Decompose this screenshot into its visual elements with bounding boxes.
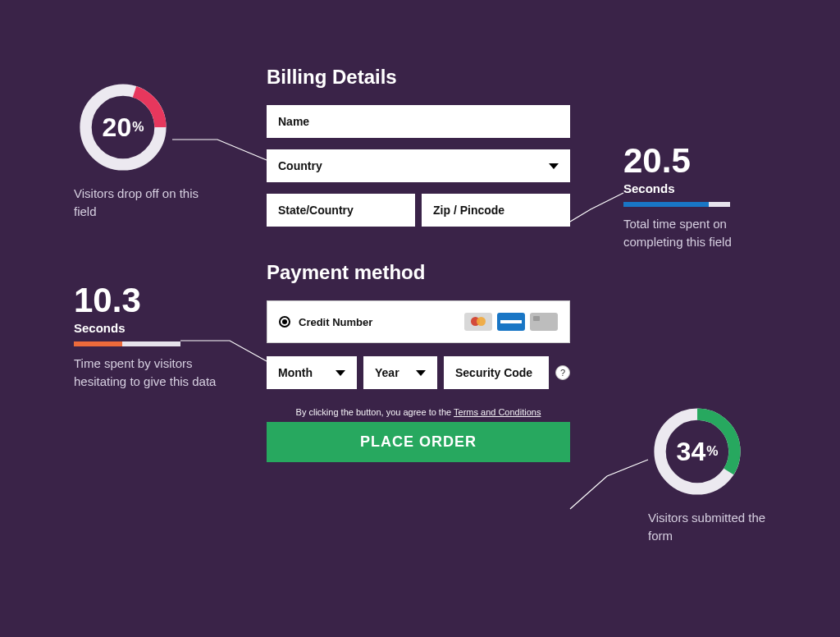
name-placeholder: Name [278,115,309,128]
name-field[interactable]: Name [267,105,570,138]
security-placeholder: Security Code [455,366,532,379]
percent-unit: % [706,444,718,459]
metric-time-field: 20.5 Seconds Total time spent on complet… [623,144,763,251]
expiry-year-select[interactable]: Year [363,356,437,389]
terms-link[interactable]: Terms and Conditions [454,407,541,417]
hesitation-unit: Seconds [74,321,230,335]
expiry-month-select[interactable]: Month [267,356,357,389]
hesitation-bar [74,341,180,346]
chevron-down-icon [549,163,559,169]
chevron-down-icon [416,370,426,376]
zip-field[interactable]: Zip / Pincode [422,194,570,227]
zip-placeholder: Zip / Pincode [433,204,504,217]
credit-card-option[interactable]: Credit Number [267,300,570,343]
hesitation-bar-fill [74,341,122,346]
submitted-donut: 34% [648,402,746,501]
submitted-value: 34% [648,402,746,501]
metric-dropoff: 20% Visitors drop off on this field [74,78,213,221]
checkout-form: Billing Details Name Country State/Count… [267,66,570,462]
state-placeholder: State/Country [278,204,354,217]
month-placeholder: Month [278,366,313,379]
state-field[interactable]: State/Country [267,194,415,227]
time-field-unit: Seconds [623,181,763,195]
submitted-number: 34 [677,437,706,467]
dropoff-value: 20% [74,78,172,176]
card-brand-icons [464,313,558,331]
security-code-field[interactable]: Security Code [444,356,549,389]
terms-text: By clicking the button, you agree to the… [267,407,570,417]
year-placeholder: Year [375,366,399,379]
time-field-bar-fill [623,202,709,207]
place-order-button[interactable]: PLACE ORDER [267,422,570,462]
billing-title: Billing Details [267,66,570,89]
dropoff-desc: Visitors drop off on this field [74,185,213,221]
country-placeholder: Country [278,159,322,172]
time-field-bar [623,202,730,207]
chevron-down-icon [336,370,345,376]
credit-label: Credit Number [299,316,372,328]
visa-icon [497,313,525,331]
hesitation-value: 10.3 [74,283,230,318]
dropoff-number: 20 [103,112,132,143]
country-select[interactable]: Country [267,149,570,182]
payment-title: Payment method [267,261,570,284]
hesitation-desc: Time spent by visitors hesitating to giv… [74,355,230,391]
metric-submitted: 34% Visitors submitted the form [648,402,788,545]
terms-prefix: By clicking the button, you agree to the [296,407,454,417]
mastercard-icon [464,313,492,331]
time-field-desc: Total time spent on completing this fiel… [623,215,763,251]
generic-card-icon [530,313,558,331]
metric-hesitation: 10.3 Seconds Time spent by visitors hesi… [74,283,230,391]
radio-selected-icon [279,316,290,328]
percent-unit: % [132,120,144,135]
dropoff-donut: 20% [74,78,172,176]
payment-section: Payment method Credit Number Month Year [267,261,570,462]
time-field-value: 20.5 [623,144,763,178]
submitted-desc: Visitors submitted the form [648,509,788,545]
help-icon[interactable]: ? [555,365,570,380]
